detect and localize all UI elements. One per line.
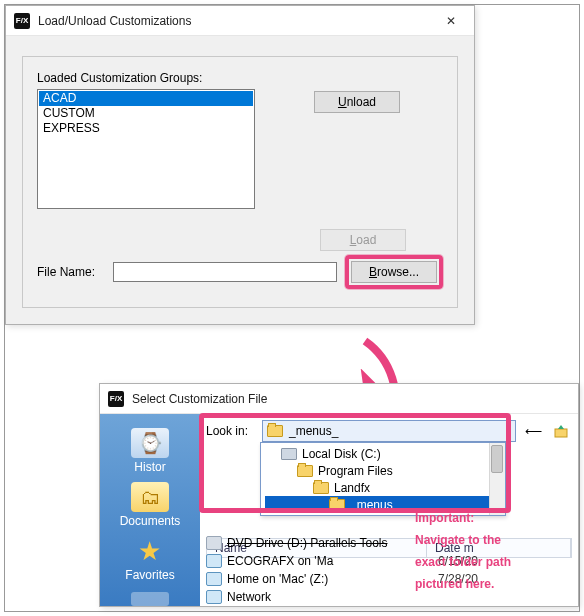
favorites-icon: ★ — [131, 536, 169, 566]
list-item[interactable]: ACAD — [39, 91, 253, 106]
load-unload-dialog: F/X Load/Unload Customizations ✕ Loaded … — [5, 5, 475, 325]
net-icon — [206, 590, 222, 604]
file-name-input[interactable] — [113, 262, 337, 282]
path-highlight — [199, 413, 511, 513]
places-sidebar: ⌚ Histor 🗂 Documents ★ Favorites — [100, 414, 200, 606]
file-row[interactable]: ECOGRAFX on 'Ma6/15/20 — [206, 552, 578, 570]
group-box: Loaded Customization Groups: ACAD CUSTOM… — [22, 56, 458, 308]
up-folder-icon — [553, 423, 569, 439]
net-icon — [206, 572, 222, 586]
sidebar-label: Favorites — [125, 568, 174, 582]
file-name: DVD Drive (D:) Parallels Tools — [227, 536, 387, 550]
sidebar-favorites[interactable]: ★ Favorites — [125, 532, 174, 582]
list-item[interactable]: CUSTOM — [39, 106, 253, 121]
file-list[interactable]: DVD Drive (D:) Parallels ToolsECOGRAFX o… — [206, 534, 578, 607]
sidebar-label: Histor — [131, 460, 169, 474]
close-icon[interactable]: ✕ — [430, 7, 472, 35]
app-icon: F/X — [14, 13, 30, 29]
documents-icon: 🗂 — [131, 482, 169, 512]
groups-label: Loaded Customization Groups: — [37, 71, 443, 85]
browse-button[interactable]: Browse... — [351, 261, 437, 283]
list-item[interactable]: EXPRESS — [39, 121, 253, 136]
titlebar[interactable]: F/X Select Customization File — [100, 384, 578, 414]
file-row[interactable]: Jason — [206, 606, 578, 607]
sidebar-item[interactable] — [131, 592, 169, 606]
file-row[interactable]: Network — [206, 588, 578, 606]
customization-groups-list[interactable]: ACAD CUSTOM EXPRESS — [37, 89, 255, 209]
file-name: Network — [227, 590, 271, 604]
dialog-title: Select Customization File — [132, 392, 576, 406]
titlebar[interactable]: F/X Load/Unload Customizations ✕ — [6, 6, 474, 36]
net-icon — [206, 554, 222, 568]
load-button[interactable]: Load — [320, 229, 406, 251]
svg-rect-0 — [555, 429, 567, 437]
callout-text: Important: Navigate to the exact folder … — [415, 507, 511, 595]
dialog-title: Load/Unload Customizations — [38, 14, 430, 28]
file-row[interactable]: DVD Drive (D:) Parallels Tools — [206, 534, 578, 552]
app-icon: F/X — [108, 391, 124, 407]
file-name: ECOGRAFX on 'Ma — [227, 554, 333, 568]
file-name: Home on 'Mac' (Z:) — [227, 572, 328, 586]
nav-back-button[interactable]: ⟵ — [522, 420, 544, 442]
sidebar-documents[interactable]: 🗂 Documents — [120, 478, 181, 528]
sidebar-label: Documents — [120, 514, 181, 528]
up-folder-button[interactable] — [550, 420, 572, 442]
file-name-label: File Name: — [37, 265, 105, 279]
drive-icon — [206, 536, 222, 550]
unload-button[interactable]: Unload — [314, 91, 400, 113]
browse-highlight: Browse... — [345, 255, 443, 289]
sidebar-history[interactable]: ⌚ Histor — [131, 424, 169, 474]
file-row[interactable]: Home on 'Mac' (Z:)7/28/20 — [206, 570, 578, 588]
history-icon: ⌚ — [131, 428, 169, 458]
